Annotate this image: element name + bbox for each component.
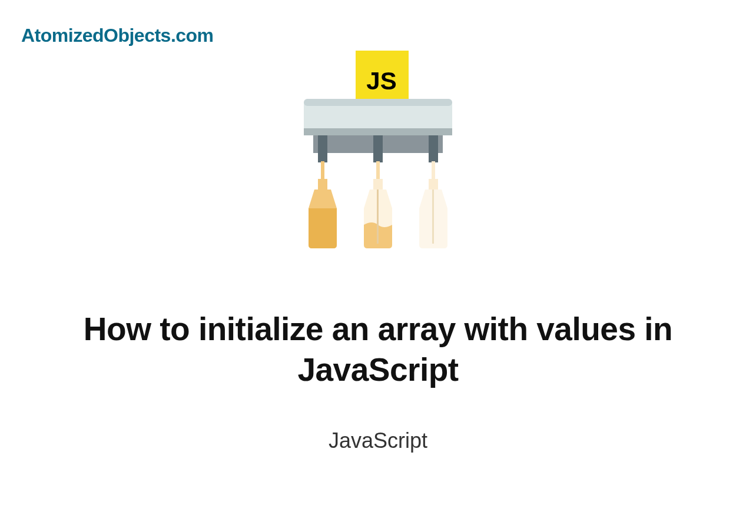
hero-illustration: JS xyxy=(290,51,466,251)
svg-rect-10 xyxy=(432,161,435,181)
svg-rect-2 xyxy=(304,99,452,106)
svg-rect-13 xyxy=(377,189,379,244)
svg-rect-7 xyxy=(429,135,438,162)
article-title: How to initialize an array with values i… xyxy=(0,309,756,390)
js-badge-text: JS xyxy=(366,67,396,95)
article-category: JavaScript xyxy=(0,428,756,453)
site-title[interactable]: AtomizedObjects.com xyxy=(21,25,214,46)
svg-rect-5 xyxy=(318,135,327,162)
svg-rect-15 xyxy=(432,189,434,244)
svg-rect-8 xyxy=(321,161,324,181)
svg-rect-6 xyxy=(373,135,383,162)
svg-rect-11 xyxy=(318,179,327,189)
svg-rect-3 xyxy=(304,128,452,135)
svg-rect-12 xyxy=(373,179,383,189)
factory-js-icon: JS xyxy=(290,51,466,251)
svg-rect-14 xyxy=(429,179,438,189)
svg-rect-9 xyxy=(376,161,380,181)
